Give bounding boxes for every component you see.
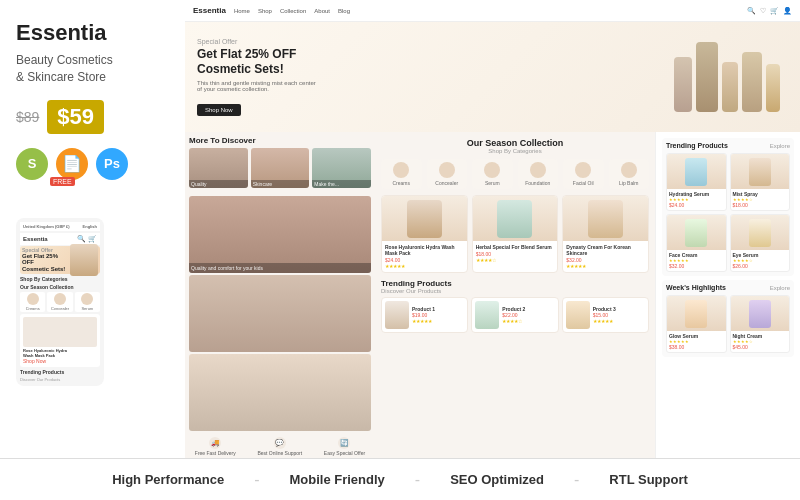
cat-lip-balm[interactable]: Lip Balm: [609, 159, 650, 189]
trending-item-img-3: [566, 301, 590, 329]
left-photo-tiles: Quality and comfort for your kids: [185, 192, 375, 435]
mobile-cat-concealer: Concealer: [47, 292, 72, 312]
product-info-2: Herbal Special For Blend Serum $18.00 ★★…: [473, 241, 558, 266]
right-weeks-title: Week's Highlights: [666, 284, 726, 291]
ps-icon: Ps: [96, 148, 128, 180]
mobile-product-img: [23, 317, 97, 347]
right-week-info-1: Glow Serum ★★★★★ $38.00: [667, 331, 726, 352]
trending-item-2[interactable]: Product 2 $22.00 ★★★★☆: [471, 297, 558, 333]
left-panel: Essentia Beauty Cosmetics & Skincare Sto…: [0, 0, 185, 458]
platform-icons-row: S 📄 FREE Ps: [16, 148, 169, 198]
feature-mobile-friendly: Mobile Friendly: [289, 472, 384, 487]
mobile-banner: Special Offer Get Flat 25% OFFCosmetic S…: [20, 246, 100, 274]
trending-item-info-2: Product 2 $22.00 ★★★★☆: [502, 306, 554, 324]
trending-title: Trending Products: [381, 279, 452, 288]
right-product-img-1: [667, 154, 726, 189]
right-product-img-4: [731, 215, 790, 250]
right-weeks-link[interactable]: Explore: [770, 285, 790, 291]
free-badge: FREE: [50, 177, 75, 186]
cat-facial-oil-icon: [575, 162, 591, 178]
wishlist-icon[interactable]: ♡: [760, 7, 766, 15]
info-bar: 🚚 Free Fast Delivery 💬 Best Online Suppo…: [185, 435, 375, 458]
trending-item-3[interactable]: Product 3 $15.00 ★★★★★: [562, 297, 649, 333]
mobile-collection-title: Our Season Collection: [20, 284, 100, 290]
mobile-trending-title: Trending Products: [20, 369, 100, 375]
right-week-img-1: [667, 296, 726, 331]
cat-lip-balm-icon: [621, 162, 637, 178]
right-product-4[interactable]: Eye Serum ★★★★☆ $26.00: [730, 214, 791, 272]
right-trending-title: Trending Products: [666, 142, 728, 149]
offer-icon: 🔄: [338, 437, 350, 449]
right-weeks-section: Week's Highlights Explore Glow Serum: [662, 280, 794, 357]
right-trending-link[interactable]: Explore: [770, 143, 790, 149]
cat-concealer[interactable]: Concealer: [427, 159, 468, 189]
mobile-nav: Essentia 🔍 🛒: [20, 233, 100, 245]
right-product-img-3: [667, 215, 726, 250]
desktop-nav-logo: Essentia: [193, 6, 226, 15]
right-weeks-header: Week's Highlights Explore: [666, 284, 790, 291]
right-week-product-1[interactable]: Glow Serum ★★★★★ $38.00: [666, 295, 727, 353]
cat-facial-oil[interactable]: Facial Oil: [563, 159, 604, 189]
cat-creams[interactable]: Creams: [381, 159, 422, 189]
cat-serum-icon: [484, 162, 500, 178]
right-week-img-2: [731, 296, 790, 331]
cat-foundation-icon: [530, 162, 546, 178]
mobile-product-card: Rose Hyaluronic HydraWash Mask Pack Shop…: [20, 314, 100, 367]
cat-foundation[interactable]: Foundation: [518, 159, 559, 189]
doc-icon: 📄: [56, 148, 88, 180]
separator-2: -: [415, 471, 420, 489]
discover-item-2: Skincare: [251, 148, 310, 188]
cart-icon[interactable]: 🛒: [770, 7, 779, 15]
hero-shop-button[interactable]: Shop Now: [197, 104, 241, 116]
old-price: $89: [16, 109, 39, 125]
right-product-info-2: Mist Spray ★★★★☆ $18.00: [731, 189, 790, 210]
info-item-offer: 🔄 Easy Special Offer: [324, 437, 365, 456]
season-subtitle: Shop By Categories: [381, 148, 649, 154]
right-product-2[interactable]: Mist Spray ★★★★☆ $18.00: [730, 153, 791, 211]
right-weeks-grid: Glow Serum ★★★★★ $38.00: [666, 295, 790, 353]
product-card-3: Dynasty Cream For Korean Skincare $32.00…: [562, 195, 649, 273]
mobile-section-title: Shop By Categories: [20, 276, 100, 282]
feature-rtl-support: RTL Support: [609, 472, 687, 487]
right-product-3[interactable]: Face Cream ★★★★★ $32.00: [666, 214, 727, 272]
hero-product-4: [742, 52, 762, 112]
photo-tile-1: Quality and comfort for your kids: [189, 196, 371, 273]
season-categories: Creams Concealer Serum: [381, 159, 649, 189]
hero-product-5: [766, 64, 780, 112]
hero-text-block: Special Offer Get Flat 25% OFFCosmetic S…: [197, 38, 317, 116]
feature-high-performance: High Performance: [112, 472, 224, 487]
shopify-icon: S: [16, 148, 48, 180]
product-img-2: [473, 196, 558, 241]
search-icon[interactable]: 🔍: [747, 7, 756, 15]
trending-item-info-1: Product 1 $19.00 ★★★★★: [412, 306, 464, 324]
product-card-2: Herbal Special For Blend Serum $18.00 ★★…: [472, 195, 559, 273]
desktop-main-content: Our Season Collection Shop By Categories…: [375, 132, 655, 458]
delivery-icon: 🚚: [209, 437, 221, 449]
more-discover-section: More To Discover Quality Skincare: [185, 132, 375, 192]
trending-subtitle: Discover Our Products: [381, 288, 452, 294]
trending-item-1[interactable]: Product 1 $19.00 ★★★★★: [381, 297, 468, 333]
doc-icon-wrapper: 📄 FREE: [56, 148, 88, 198]
right-product-1[interactable]: Hydrating Serum ★★★★★ $24.00: [666, 153, 727, 211]
discover-item-3: Make the...: [312, 148, 371, 188]
season-section-header: Our Season Collection Shop By Categories: [381, 138, 649, 154]
right-week-product-2[interactable]: Night Cream ★★★★☆ $45.00: [730, 295, 791, 353]
cat-serum[interactable]: Serum: [472, 159, 513, 189]
user-icon[interactable]: 👤: [783, 7, 792, 15]
photo-tile-3: [189, 354, 371, 431]
right-trending-header: Trending Products Explore: [666, 142, 790, 149]
hero-special-offer: Special Offer: [197, 38, 317, 45]
hero-product-3: [722, 62, 738, 112]
trending-item-img-1: [385, 301, 409, 329]
new-price: $59: [47, 100, 104, 134]
trending-products-row: Product 1 $19.00 ★★★★★ Product 2 $22.00: [381, 297, 649, 333]
bottom-bar: High Performance - Mobile Friendly - SEO…: [0, 458, 800, 500]
mobile-categories: Creams Concealer Serum: [20, 292, 100, 312]
feature-seo-optimized: SEO Optimized: [450, 472, 544, 487]
content-area: Essentia Beauty Cosmetics & Skincare Sto…: [0, 0, 800, 458]
hero-products: [674, 42, 780, 112]
right-product-info-1: Hydrating Serum ★★★★★ $24.00: [667, 189, 726, 210]
desktop-header: Essentia Home Shop Collection About Blog…: [185, 0, 800, 22]
right-products-grid: Hydrating Serum ★★★★★ $24.00: [666, 153, 790, 272]
mobile-cat-creams: Creams: [20, 292, 45, 312]
